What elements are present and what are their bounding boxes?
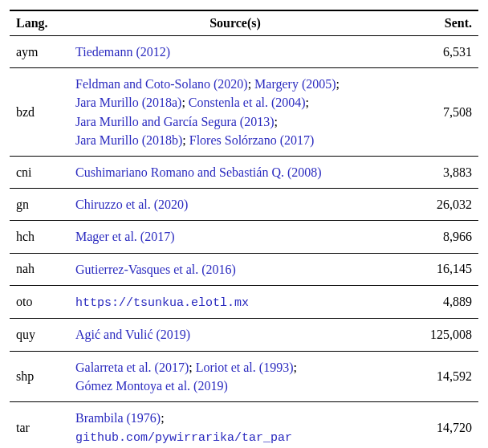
citation-link[interactable]: Jara Murillo (2018a) — [75, 96, 181, 109]
citation-link[interactable]: Loriot et al. (1993) — [196, 360, 294, 374]
lang-cell: cni — [10, 156, 69, 188]
sent-cell: 4,889 — [401, 285, 478, 319]
lang-cell: oto — [10, 285, 69, 319]
table-row: bzdFeldman and Coto-Solano (2020); Marge… — [10, 68, 478, 157]
lang-cell: quy — [10, 319, 69, 351]
citation-link[interactable]: Jara Murillo and García Segura (2013) — [75, 115, 274, 128]
url-link[interactable]: github.com/pywirrarika/tar_par — [75, 431, 292, 445]
sources-cell: Agić and Vulić (2019) — [69, 319, 401, 351]
citation-link[interactable]: Gómez Montoya et al. (2019) — [75, 379, 228, 393]
lang-cell: gn — [10, 189, 69, 221]
citation-link[interactable]: Feldman and Coto-Solano (2020) — [75, 77, 248, 91]
sources-cell: Mager et al. (2017) — [69, 221, 401, 253]
lang-cell: aym — [10, 36, 69, 68]
sources-cell: Tiedemann (2012) — [69, 36, 401, 68]
lang-cell: nah — [10, 253, 69, 285]
data-table: Lang. Source(s) Sent. aymTiedemann (2012… — [10, 10, 478, 448]
sent-cell: 14,592 — [401, 351, 478, 401]
citation-link[interactable]: Brambila (1976) — [75, 411, 161, 425]
sources-cell: https://tsunkua.elotl.mx — [69, 285, 401, 319]
sent-cell: 14,720 — [401, 402, 478, 449]
lang-cell: bzd — [10, 68, 69, 157]
sources-cell: Brambila (1976);github.com/pywirrarika/t… — [69, 402, 401, 449]
sent-cell: 6,531 — [401, 36, 478, 68]
citation-link[interactable]: Chiruzzo et al. (2020) — [75, 198, 188, 211]
sent-cell: 8,966 — [401, 221, 478, 253]
citation-link[interactable]: Tiedemann (2012) — [75, 45, 170, 59]
sources-cell: Feldman and Coto-Solano (2020); Margery … — [69, 68, 401, 157]
header-row: Lang. Source(s) Sent. — [10, 10, 478, 36]
citation-link[interactable]: Jara Murillo (2018b) — [75, 133, 182, 147]
sources-cell: Chiruzzo et al. (2020) — [69, 189, 401, 221]
citation-link[interactable]: Constenla et al. (2004) — [189, 96, 306, 109]
table-row: tarBrambila (1976);github.com/pywirrarik… — [10, 402, 478, 449]
table-row: gnChiruzzo et al. (2020)26,032 — [10, 189, 478, 221]
sources-cell: Galarreta et al. (2017); Loriot et al. (… — [69, 351, 401, 401]
sent-cell: 125,008 — [401, 319, 478, 351]
table-row: otohttps://tsunkua.elotl.mx4,889 — [10, 285, 478, 319]
header-lang: Lang. — [10, 10, 69, 36]
sent-cell: 7,508 — [401, 68, 478, 157]
table-row: hchMager et al. (2017)8,966 — [10, 221, 478, 253]
table-row: nahGutierrez-Vasques et al. (2016)16,145 — [10, 253, 478, 285]
sent-cell: 16,145 — [401, 253, 478, 285]
citation-link[interactable]: Cushimariano Romano and Sebastián Q. (20… — [75, 165, 322, 179]
table-row: aymTiedemann (2012)6,531 — [10, 36, 478, 68]
citation-link[interactable]: Gutierrez-Vasques et al. (2016) — [75, 263, 236, 276]
lang-cell: hch — [10, 221, 69, 253]
citation-link[interactable]: Flores Solórzano (2017) — [189, 133, 315, 147]
table-body: aymTiedemann (2012)6,531bzdFeldman and C… — [10, 36, 478, 449]
citation-link[interactable]: Margery (2005) — [254, 77, 336, 91]
sent-cell: 3,883 — [401, 156, 478, 188]
sources-cell: Gutierrez-Vasques et al. (2016) — [69, 253, 401, 285]
citation-link[interactable]: Agić and Vulić (2019) — [75, 328, 190, 341]
header-sources: Source(s) — [69, 10, 401, 36]
sources-cell: Cushimariano Romano and Sebastián Q. (20… — [69, 156, 401, 188]
sent-cell: 26,032 — [401, 189, 478, 221]
url-link[interactable]: https://tsunkua.elotl.mx — [75, 296, 249, 310]
lang-cell: shp — [10, 351, 69, 401]
citation-link[interactable]: Mager et al. (2017) — [75, 230, 175, 243]
table-row: shpGalarreta et al. (2017); Loriot et al… — [10, 351, 478, 401]
lang-cell: tar — [10, 402, 69, 449]
citation-link[interactable]: Galarreta et al. (2017) — [75, 360, 189, 374]
table-row: quyAgić and Vulić (2019)125,008 — [10, 319, 478, 351]
header-sent: Sent. — [401, 10, 478, 36]
table-row: cniCushimariano Romano and Sebastián Q. … — [10, 156, 478, 188]
